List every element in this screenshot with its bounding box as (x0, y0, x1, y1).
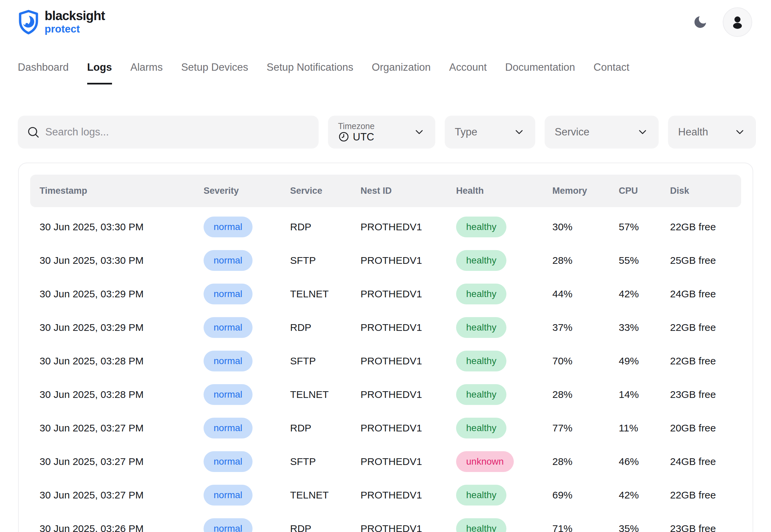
cell-cpu: 46% (619, 456, 670, 467)
cell-severity: normal (204, 418, 290, 438)
brand-logo[interactable]: blacksight protect (18, 9, 105, 35)
table-row: 30 Jun 2025, 03:30 PM normal RDP PROTHED… (30, 210, 741, 244)
nav-item-dashboard[interactable]: Dashboard (18, 61, 69, 84)
cell-service: RDP (290, 322, 361, 333)
cell-disk: 22GB free (670, 355, 741, 367)
cell-nest-id: PROTHEDV1 (361, 422, 456, 434)
cell-severity: normal (204, 351, 290, 371)
nav-item-account[interactable]: Account (449, 61, 487, 84)
table-row: 30 Jun 2025, 03:27 PM normal TELNET PROT… (30, 478, 741, 512)
cell-disk: 20GB free (670, 422, 741, 434)
nav-item-organization[interactable]: Organization (372, 61, 431, 84)
filters-bar: Timezone UTC Type Service (18, 116, 756, 149)
column-header-health: Health (456, 186, 552, 196)
search-input[interactable] (45, 126, 310, 138)
timezone-value: UTC (353, 131, 374, 143)
cell-cpu: 55% (619, 255, 670, 266)
cell-cpu: 35% (619, 523, 670, 532)
search-icon (26, 125, 40, 139)
severity-badge: normal (204, 418, 253, 438)
health-badge: healthy (456, 217, 506, 237)
column-header-cpu: CPU (619, 186, 670, 196)
cell-nest-id: PROTHEDV1 (361, 255, 456, 266)
column-header-severity: Severity (204, 186, 290, 196)
cell-memory: 69% (552, 489, 619, 501)
cell-severity: normal (204, 284, 290, 304)
table-row: 30 Jun 2025, 03:27 PM normal SFTP PROTHE… (30, 445, 741, 478)
cell-disk: 23GB free (670, 389, 741, 400)
cell-health: healthy (456, 217, 552, 237)
nav-item-setup-notifications[interactable]: Setup Notifications (267, 61, 353, 84)
table-header: TimestampSeverityServiceNest IDHealthMem… (30, 175, 741, 207)
cell-timestamp: 30 Jun 2025, 03:28 PM (40, 389, 204, 400)
nav-item-alarms[interactable]: Alarms (130, 61, 163, 84)
severity-badge: normal (204, 518, 253, 532)
cell-service: TELNET (290, 489, 361, 501)
theme-toggle-button[interactable] (692, 14, 709, 31)
cell-cpu: 42% (619, 489, 670, 501)
nav-item-contact[interactable]: Contact (594, 61, 629, 84)
cell-service: SFTP (290, 255, 361, 266)
severity-badge: normal (204, 351, 253, 371)
cell-severity: normal (204, 451, 290, 472)
nav-item-setup-devices[interactable]: Setup Devices (181, 61, 248, 84)
service-dropdown-label: Service (555, 126, 589, 138)
cell-health: healthy (456, 485, 552, 506)
cell-service: RDP (290, 221, 361, 233)
severity-badge: normal (204, 451, 253, 472)
brand-subtitle: protect (45, 24, 105, 35)
cell-disk: 25GB free (670, 255, 741, 266)
shield-logo-icon (18, 9, 39, 35)
top-actions (692, 7, 752, 37)
health-badge: healthy (456, 351, 506, 371)
cell-timestamp: 30 Jun 2025, 03:26 PM (40, 523, 204, 532)
nav-item-documentation[interactable]: Documentation (505, 61, 575, 84)
cell-disk: 24GB free (670, 288, 741, 300)
cell-service: TELNET (290, 389, 361, 400)
cell-nest-id: PROTHEDV1 (361, 523, 456, 532)
timezone-dropdown[interactable]: Timezone UTC (328, 116, 435, 149)
avatar-button[interactable] (723, 7, 752, 37)
cell-health: healthy (456, 418, 552, 438)
cell-health: healthy (456, 284, 552, 304)
service-dropdown[interactable]: Service (545, 116, 659, 149)
health-badge: healthy (456, 518, 506, 532)
person-icon (729, 14, 746, 30)
cell-timestamp: 30 Jun 2025, 03:28 PM (40, 355, 204, 367)
cell-cpu: 33% (619, 322, 670, 333)
logs-table-card: TimestampSeverityServiceNest IDHealthMem… (18, 163, 753, 532)
timezone-content: Timezone UTC (338, 121, 375, 143)
brand-text: blacksight protect (45, 9, 105, 35)
cell-memory: 30% (552, 221, 619, 233)
cell-health: healthy (456, 317, 552, 338)
cell-severity: normal (204, 217, 290, 237)
cell-health: unknown (456, 451, 552, 472)
logs-page: blacksight protect DashboardLogsAlarmsSe… (0, 0, 771, 532)
cell-service: TELNET (290, 288, 361, 300)
cell-disk: 22GB free (670, 489, 741, 501)
column-header-service: Service (290, 186, 361, 196)
type-dropdown[interactable]: Type (445, 116, 535, 149)
table-row: 30 Jun 2025, 03:27 PM normal RDP PROTHED… (30, 411, 741, 445)
table-row: 30 Jun 2025, 03:29 PM normal TELNET PROT… (30, 277, 741, 311)
table-row: 30 Jun 2025, 03:28 PM normal TELNET PROT… (30, 378, 741, 411)
table-row: 30 Jun 2025, 03:26 PM normal RDP PROTHED… (30, 512, 741, 532)
severity-badge: normal (204, 384, 253, 405)
search-box (18, 116, 319, 149)
health-dropdown[interactable]: Health (668, 116, 756, 149)
cell-health: healthy (456, 518, 552, 532)
topbar: blacksight protect (18, 5, 752, 39)
column-header-timestamp: Timestamp (40, 186, 204, 196)
severity-badge: normal (204, 217, 253, 237)
type-dropdown-label: Type (455, 126, 477, 138)
nav-item-logs[interactable]: Logs (87, 61, 112, 84)
chevron-down-icon (734, 126, 746, 138)
health-badge: healthy (456, 418, 506, 438)
cell-cpu: 57% (619, 221, 670, 233)
cell-health: healthy (456, 384, 552, 405)
cell-severity: normal (204, 250, 290, 271)
cell-service: SFTP (290, 456, 361, 467)
chevron-down-icon (513, 126, 525, 138)
table-row: 30 Jun 2025, 03:28 PM normal SFTP PROTHE… (30, 344, 741, 378)
severity-badge: normal (204, 485, 253, 506)
